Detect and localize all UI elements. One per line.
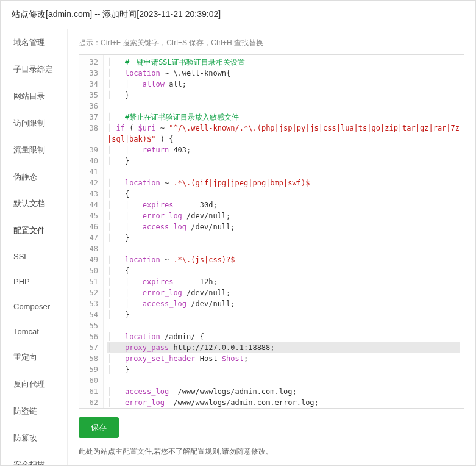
- code-line[interactable]: [107, 320, 460, 331]
- modal-body: 域名管理子目录绑定网站目录访问限制流量限制伪静态默认文档配置文件SSLPHPCo…: [1, 29, 475, 465]
- code-line[interactable]: │ {: [107, 188, 460, 199]
- code-line[interactable]: │ }: [107, 90, 460, 101]
- code-line[interactable]: │ #禁止在证书验证目录放入敏感文件: [107, 112, 460, 123]
- code-line[interactable]: [107, 375, 460, 386]
- sidebar-item[interactable]: SSL: [1, 244, 67, 269]
- code-line[interactable]: │ │ expires 30d;: [107, 199, 460, 210]
- site-modify-modal: 站点修改[admin.com] -- 添加时间[2023-11-21 20:39…: [0, 0, 476, 466]
- save-button[interactable]: 保存: [79, 417, 119, 438]
- sidebar-item[interactable]: 伪静态: [1, 163, 67, 190]
- editor-hint: 提示：Ctrl+F 搜索关键字，Ctrl+S 保存，Ctrl+H 查找替换: [79, 38, 464, 48]
- code-line[interactable]: │ {: [107, 265, 460, 276]
- sidebar-item[interactable]: 域名管理: [1, 29, 67, 56]
- code-line[interactable]: │ error_log /www/wwwlogs/admin.com.error…: [107, 397, 460, 408]
- code-line[interactable]: │ proxy_pass http://127.0.0.1:18888;: [107, 342, 460, 353]
- code-line[interactable]: [107, 243, 460, 254]
- code-area[interactable]: │ #一键申请SSL证书验证目录相关设置│ location ~ \.well-…: [104, 55, 464, 408]
- code-line[interactable]: │ location ~ .*\.(js|css)?$: [107, 254, 460, 265]
- code-line[interactable]: │ │ access_log /dev/null;: [107, 298, 460, 309]
- sidebar-item[interactable]: PHP: [1, 269, 67, 294]
- sidebar-item[interactable]: 子目录绑定: [1, 56, 67, 83]
- code-line[interactable]: │ │ access_log /dev/null;: [107, 221, 460, 232]
- code-line[interactable]: │ access_log /www/wwwlogs/admin.com.log;: [107, 386, 460, 397]
- code-line[interactable]: │ }: [107, 364, 460, 375]
- code-line[interactable]: │ location ~ \.well-known{: [107, 68, 460, 79]
- sidebar: 域名管理子目录绑定网站目录访问限制流量限制伪静态默认文档配置文件SSLPHPCo…: [1, 29, 68, 465]
- modal-title: 站点修改[admin.com] -- 添加时间[2023-11-21 20:39…: [1, 1, 475, 29]
- config-note: 此处为站点主配置文件,若您不了解配置规则,请勿随意修改。: [79, 446, 464, 457]
- code-line[interactable]: │ │ error_log /dev/null;: [107, 210, 460, 221]
- sidebar-item[interactable]: Tomcat: [1, 319, 67, 344]
- sidebar-item[interactable]: 安全扫描: [1, 451, 67, 465]
- config-editor[interactable]: 3233343536373839404142434445464748495051…: [79, 54, 464, 409]
- code-line[interactable]: [107, 167, 460, 177]
- code-line[interactable]: │ }: [107, 156, 460, 167]
- sidebar-item[interactable]: 流量限制: [1, 137, 67, 163]
- main-panel: 提示：Ctrl+F 搜索关键字，Ctrl+S 保存，Ctrl+H 查找替换 32…: [68, 29, 475, 465]
- sidebar-item[interactable]: 防篡改: [1, 425, 67, 451]
- code-line[interactable]: │ │ error_log /dev/null;: [107, 287, 460, 298]
- sidebar-item[interactable]: 网站目录: [1, 83, 67, 110]
- code-line[interactable]: │ proxy_set_header Host $host;: [107, 353, 460, 364]
- line-gutter: 3233343536373839404142434445464748495051…: [79, 55, 104, 408]
- code-line[interactable]: │ }: [107, 309, 460, 320]
- code-line[interactable]: │ location ~ .*\.(gif|jpg|jpeg|png|bmp|s…: [107, 177, 460, 188]
- code-line[interactable]: │ location /admin/ {: [107, 331, 460, 342]
- sidebar-item[interactable]: 防盗链: [1, 398, 67, 425]
- code-line[interactable]: │ #一键申请SSL证书验证目录相关设置: [107, 57, 460, 68]
- code-line[interactable]: │ │ allow all;: [107, 79, 460, 90]
- code-line[interactable]: [107, 101, 460, 112]
- sidebar-item[interactable]: Composer: [1, 294, 67, 319]
- code-line[interactable]: │ │ return 403;: [107, 145, 460, 156]
- sidebar-item[interactable]: 访问限制: [1, 110, 67, 137]
- code-line[interactable]: │ }: [107, 232, 460, 243]
- sidebar-item[interactable]: 默认文档: [1, 190, 67, 217]
- code-line[interactable]: │ │ expires 12h;: [107, 276, 460, 287]
- sidebar-item[interactable]: 反向代理: [1, 371, 67, 398]
- sidebar-item[interactable]: 配置文件: [1, 217, 68, 244]
- button-row: 保存: [79, 417, 464, 438]
- sidebar-item[interactable]: 重定向: [1, 344, 67, 371]
